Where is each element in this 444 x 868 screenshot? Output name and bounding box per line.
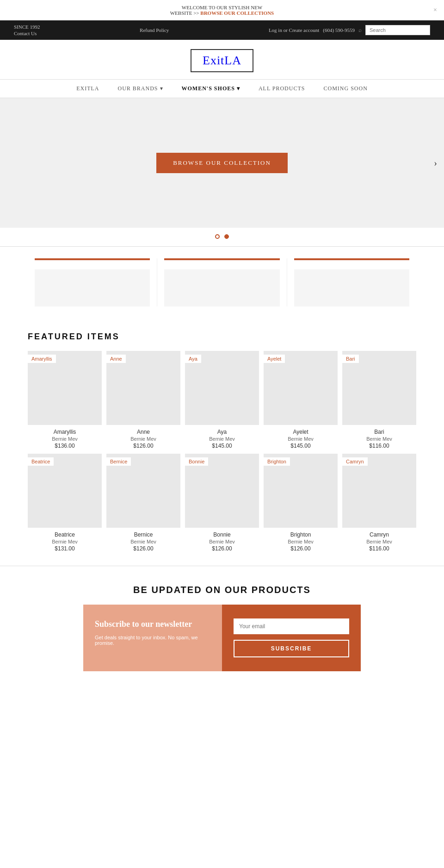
product-name-overlay: Camryn bbox=[342, 457, 368, 466]
product-info: Camryn Bernie Mev $116.00 bbox=[342, 531, 416, 552]
product-price: $126.00 bbox=[106, 545, 180, 552]
hero-banner: BROWSE OUR COLLECTION › bbox=[0, 98, 444, 228]
brand-col-content-2 bbox=[164, 269, 279, 306]
product-title: Beatrice bbox=[28, 531, 102, 538]
brand-col-2 bbox=[157, 258, 286, 306]
newsletter-left: Subscribe to our newsletter Get deals st… bbox=[83, 605, 222, 671]
product-price: $126.00 bbox=[185, 545, 259, 552]
product-price: $131.00 bbox=[28, 545, 102, 552]
browse-collection-button[interactable]: BROWSE OUR COLLECTION bbox=[156, 153, 288, 173]
top-nav-left: SINCE 1992 Contact Us bbox=[14, 24, 40, 36]
newsletter-boxes: Subscribe to our newsletter Get deals st… bbox=[83, 605, 361, 671]
product-brand: Bernie Mev bbox=[185, 539, 259, 544]
product-price: $116.00 bbox=[342, 443, 416, 449]
product-card[interactable]: Aya Aya Bernie Mev $145.00 bbox=[185, 351, 259, 449]
newsletter-title: BE UPDATED ON OUR PRODUCTS bbox=[28, 585, 416, 595]
product-price: $116.00 bbox=[342, 545, 416, 552]
product-image: Bonnie bbox=[185, 454, 259, 528]
subscribe-button[interactable]: SUBSCRIBE bbox=[234, 640, 349, 657]
product-title: Bernice bbox=[106, 531, 180, 538]
top-nav-center: Refund Policy bbox=[140, 27, 169, 33]
product-brand: Bernie Mev bbox=[106, 539, 180, 544]
product-card[interactable]: Bari Bari Bernie Mev $116.00 bbox=[342, 351, 416, 449]
newsletter-body: Get deals straight to your inbox. No spa… bbox=[95, 635, 210, 646]
top-nav-right: Log in or Create account (604) 590-9559 … bbox=[269, 25, 430, 35]
product-title: Amaryllis bbox=[28, 429, 102, 435]
brand-strip-3 bbox=[294, 258, 409, 260]
hero-dots bbox=[0, 228, 444, 246]
brand-col-content-3 bbox=[294, 269, 409, 306]
featured-section: FEATURED ITEMS Amaryllis Amaryllis Berni… bbox=[0, 318, 444, 566]
product-title: Ayelet bbox=[264, 429, 338, 435]
product-image: Aya bbox=[185, 351, 259, 425]
product-title: Camryn bbox=[342, 531, 416, 538]
product-card[interactable]: Bernice Bernice Bernie Mev $126.00 bbox=[106, 454, 180, 552]
product-brand: Bernie Mev bbox=[28, 436, 102, 442]
search-input[interactable] bbox=[365, 25, 430, 35]
email-input[interactable] bbox=[234, 618, 349, 634]
product-info: Brighton Bernie Mev $126.00 bbox=[264, 531, 338, 552]
top-nav: SINCE 1992 Contact Us Refund Policy Log … bbox=[0, 20, 444, 40]
product-brand: Bernie Mev bbox=[28, 539, 102, 544]
brand-col-3 bbox=[287, 258, 416, 306]
product-card[interactable]: Bonnie Bonnie Bernie Mev $126.00 bbox=[185, 454, 259, 552]
products-grid: Amaryllis Amaryllis Bernie Mev $136.00 A… bbox=[28, 351, 416, 552]
nav-exitla[interactable]: EXITLA bbox=[76, 85, 99, 92]
announcement-link[interactable]: BROWSE OUR COLLECTIONS bbox=[200, 10, 274, 16]
main-nav: EXITLA OUR BRANDS ▾ WOMEN'S SHOES ▾ ALL … bbox=[0, 79, 444, 98]
contact-link[interactable]: Contact Us bbox=[14, 31, 40, 36]
product-image: Anne bbox=[106, 351, 180, 425]
brand-strip-1 bbox=[35, 258, 150, 260]
announcement-text: WELCOME TO OUR STYLISH NEW WEBSITE >> BR… bbox=[170, 5, 274, 16]
product-card[interactable]: Camryn Camryn Bernie Mev $116.00 bbox=[342, 454, 416, 552]
newsletter-right: SUBSCRIBE bbox=[222, 605, 361, 671]
product-price: $126.00 bbox=[264, 545, 338, 552]
product-image: Brighton bbox=[264, 454, 338, 528]
nav-coming-soon[interactable]: COMING SOON bbox=[323, 85, 367, 92]
product-brand: Bernie Mev bbox=[264, 539, 338, 544]
hero-next-button[interactable]: › bbox=[434, 158, 437, 169]
product-brand: Bernie Mev bbox=[342, 539, 416, 544]
product-title: Bonnie bbox=[185, 531, 259, 538]
product-title: Aya bbox=[185, 429, 259, 435]
product-brand: Bernie Mev bbox=[264, 436, 338, 442]
product-info: Anne Bernie Mev $126.00 bbox=[106, 429, 180, 449]
product-image: Bernice bbox=[106, 454, 180, 528]
nav-womens-shoes[interactable]: WOMEN'S SHOES ▾ bbox=[182, 85, 240, 92]
product-name-overlay: Brighton bbox=[264, 457, 290, 466]
hero-dot-1[interactable] bbox=[215, 234, 220, 239]
refund-link[interactable]: Refund Policy bbox=[140, 27, 169, 33]
newsletter-section: BE UPDATED ON OUR PRODUCTS Subscribe to … bbox=[0, 566, 444, 690]
product-image: Amaryllis bbox=[28, 351, 102, 425]
product-info: Amaryllis Bernie Mev $136.00 bbox=[28, 429, 102, 449]
product-name-overlay: Aya bbox=[185, 355, 201, 363]
nav-all-products[interactable]: ALL PRODUCTS bbox=[259, 85, 305, 92]
product-card[interactable]: Brighton Brighton Bernie Mev $126.00 bbox=[264, 454, 338, 552]
product-card[interactable]: Ayelet Ayelet Bernie Mev $145.00 bbox=[264, 351, 338, 449]
logo: ExitLA bbox=[191, 49, 253, 72]
product-title: Bari bbox=[342, 429, 416, 435]
product-card[interactable]: Beatrice Beatrice Bernie Mev $131.00 bbox=[28, 454, 102, 552]
product-price: $145.00 bbox=[185, 443, 259, 449]
featured-title: FEATURED ITEMS bbox=[28, 332, 416, 342]
hero-dot-2[interactable] bbox=[224, 234, 229, 239]
product-image: Ayelet bbox=[264, 351, 338, 425]
product-info: Ayelet Bernie Mev $145.00 bbox=[264, 429, 338, 449]
logo-link[interactable]: ExitLA bbox=[191, 59, 253, 66]
product-price: $126.00 bbox=[106, 443, 180, 449]
product-info: Bari Bernie Mev $116.00 bbox=[342, 429, 416, 449]
product-card[interactable]: Amaryllis Amaryllis Bernie Mev $136.00 bbox=[28, 351, 102, 449]
product-info: Beatrice Bernie Mev $131.00 bbox=[28, 531, 102, 552]
product-card[interactable]: Anne Anne Bernie Mev $126.00 bbox=[106, 351, 180, 449]
nav-brands[interactable]: OUR BRANDS ▾ bbox=[118, 85, 163, 92]
product-price: $145.00 bbox=[264, 443, 338, 449]
product-brand: Bernie Mev bbox=[342, 436, 416, 442]
product-info: Aya Bernie Mev $145.00 bbox=[185, 429, 259, 449]
product-name-overlay: Beatrice bbox=[28, 457, 54, 466]
product-image: Beatrice bbox=[28, 454, 102, 528]
product-name-overlay: Amaryllis bbox=[28, 355, 56, 363]
newsletter-heading: Subscribe to our newsletter bbox=[95, 618, 210, 630]
close-announcement-button[interactable]: × bbox=[433, 6, 437, 14]
brand-strip-2 bbox=[164, 258, 279, 260]
product-title: Anne bbox=[106, 429, 180, 435]
